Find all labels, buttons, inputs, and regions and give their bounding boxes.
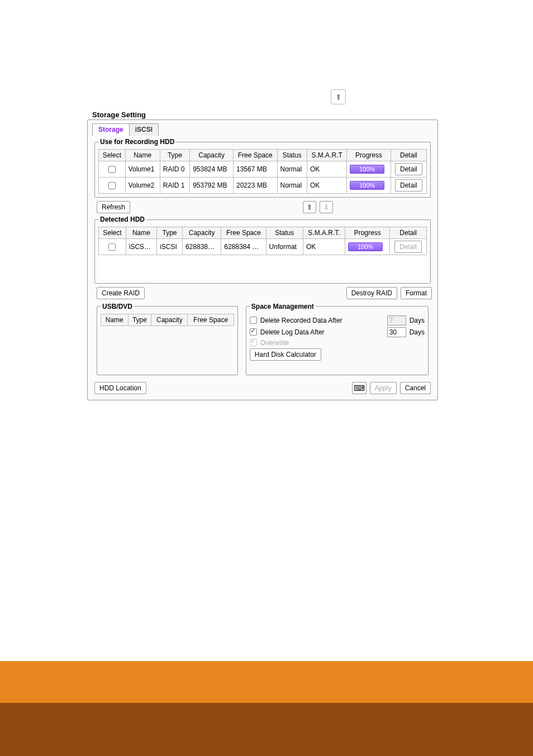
cell-freespace: 6288384 … [221, 239, 266, 255]
usb-table: Name Type Capacity Free Space [101, 314, 234, 326]
table-header-row: Select Name Type Capacity Free Space Sta… [99, 227, 427, 239]
cancel-button[interactable]: Cancel [400, 382, 431, 394]
cell-freespace: 13567 MB [233, 161, 277, 178]
table-header-row: Select Name Type Capacity Free Space Sta… [99, 150, 427, 161]
col-name: Name [125, 150, 160, 161]
arrow-up-icon: ⬆ [306, 203, 313, 212]
delete-log-label: Delete Log Data After [260, 328, 325, 336]
col-freespace: Free Space [233, 150, 277, 161]
cell-freespace: 20223 MB [233, 178, 277, 194]
keyboard-icon: ⌨ [354, 384, 365, 393]
col-select: Select [99, 150, 126, 161]
col-freespace: Free Space [221, 227, 266, 239]
recording-table: Select Name Type Capacity Free Space Sta… [98, 149, 427, 194]
arrow-down-icon: ⬇ [323, 203, 330, 212]
row-checkbox[interactable] [108, 243, 116, 251]
usb-legend: USB/DVD [101, 303, 134, 310]
delete-recorded-days-input [387, 315, 406, 326]
table-row-empty [99, 255, 427, 280]
col-detail: Detail [390, 227, 427, 239]
col-name: Name [126, 227, 156, 239]
detected-hdd-group: Detected HDD Select Name Type Capacity F… [94, 216, 431, 284]
days-label: Days [410, 317, 425, 324]
keyboard-button[interactable]: ⌨ [352, 382, 367, 394]
cell-smart: OK [307, 161, 346, 178]
space-management-group: Space Management Delete Recorded Data Af… [246, 303, 429, 375]
cell-capacity: 953824 MB [190, 161, 234, 178]
col-progress: Progress [347, 150, 391, 161]
col-type: Type [128, 314, 151, 326]
cell-type: RAID 0 [160, 161, 189, 178]
window-title: Storage Setting [92, 111, 146, 119]
cell-smart: OK [303, 239, 345, 255]
cell-capacity: 628838… [182, 239, 221, 255]
progress-bar: 100% [350, 165, 384, 174]
footer-fill [0, 703, 533, 756]
detail-button: Detail [394, 241, 422, 253]
cell-name: Volume1 [125, 161, 160, 178]
col-capacity: Capacity [190, 150, 234, 161]
cell-type: iSCSI [157, 239, 183, 255]
detail-button[interactable]: Detail [395, 163, 422, 175]
delete-log-checkbox[interactable] [250, 328, 257, 336]
tab-storage[interactable]: Storage [92, 123, 130, 136]
storage-panel: Storage iSCSI Use for Recording HDD Sele… [87, 119, 438, 400]
detected-table: Select Name Type Capacity Free Space Sta… [98, 227, 427, 280]
progress-bar: 100% [348, 242, 383, 251]
detail-button[interactable]: Detail [395, 179, 422, 192]
table-row: Volume1 RAID 0 953824 MB 13567 MB Normal… [99, 161, 427, 178]
create-raid-button[interactable]: Create RAID [97, 287, 145, 299]
arrow-up-icon: ⬆ [335, 93, 342, 102]
top-up-button[interactable]: ⬆ [331, 89, 346, 104]
table-row: Volume2 RAID 1 953792 MB 20223 MB Normal… [99, 178, 427, 194]
refresh-button[interactable]: Refresh [97, 201, 130, 213]
col-smart: S.M.A.R.T. [303, 227, 345, 239]
row-checkbox[interactable] [108, 182, 116, 189]
row-checkbox[interactable] [108, 166, 116, 173]
tab-bar: Storage iSCSI [92, 123, 433, 136]
format-button[interactable]: Format [401, 287, 432, 299]
cell-name: Volume2 [125, 178, 160, 194]
table-row: iSCS… iSCSI 628838… 6288384 … Unformat O… [99, 239, 427, 255]
space-legend: Space Management [250, 303, 316, 310]
apply-button: Apply [370, 382, 397, 394]
delete-recorded-label: Delete Recorded Data After [260, 317, 342, 324]
cell-status: Normal [277, 178, 307, 194]
tab-iscsi[interactable]: iSCSI [129, 123, 159, 136]
move-up-button[interactable]: ⬆ [303, 201, 316, 213]
hard-disk-calculator-button[interactable]: Hard Disk Calculator [250, 348, 321, 361]
recording-hdd-group: Use for Recording HDD Select Name Type C… [94, 138, 431, 198]
col-type: Type [160, 150, 189, 161]
progress-bar: 100% [350, 181, 384, 190]
destroy-raid-button[interactable]: Destroy RAID [346, 287, 397, 299]
table-header-row: Name Type Capacity Free Space [101, 314, 234, 326]
cell-type: RAID 1 [160, 178, 189, 194]
cell-status: Unformat [266, 239, 303, 255]
col-type: Type [157, 227, 183, 239]
days-label: Days [410, 328, 425, 336]
delete-log-days-input[interactable] [387, 327, 406, 337]
col-status: Status [277, 150, 307, 161]
cell-smart: OK [307, 178, 346, 194]
hdd-location-button[interactable]: HDD Location [94, 382, 146, 394]
recording-legend: Use for Recording HDD [98, 138, 176, 146]
col-name: Name [101, 314, 129, 326]
move-down-button[interactable]: ⬇ [320, 201, 333, 213]
overwrite-checkbox [250, 339, 257, 346]
col-detail: Detail [391, 150, 426, 161]
col-capacity: Capacity [151, 314, 188, 326]
col-select: Select [99, 227, 126, 239]
col-capacity: Capacity [182, 227, 221, 239]
delete-recorded-checkbox[interactable] [250, 317, 257, 324]
col-smart: S.M.A.R.T [307, 150, 346, 161]
col-progress: Progress [345, 227, 390, 239]
overwrite-label: Overwrite [260, 339, 289, 347]
cell-status: Normal [277, 161, 307, 178]
usb-dvd-group: USB/DVD Name Type Capacity Free Space [97, 303, 238, 375]
cell-capacity: 953792 MB [190, 178, 234, 194]
col-status: Status [266, 227, 303, 239]
col-freespace: Free Space [188, 314, 234, 326]
footer-bar [0, 661, 533, 703]
detected-legend: Detected HDD [98, 216, 146, 223]
cell-name: iSCS… [126, 239, 156, 255]
